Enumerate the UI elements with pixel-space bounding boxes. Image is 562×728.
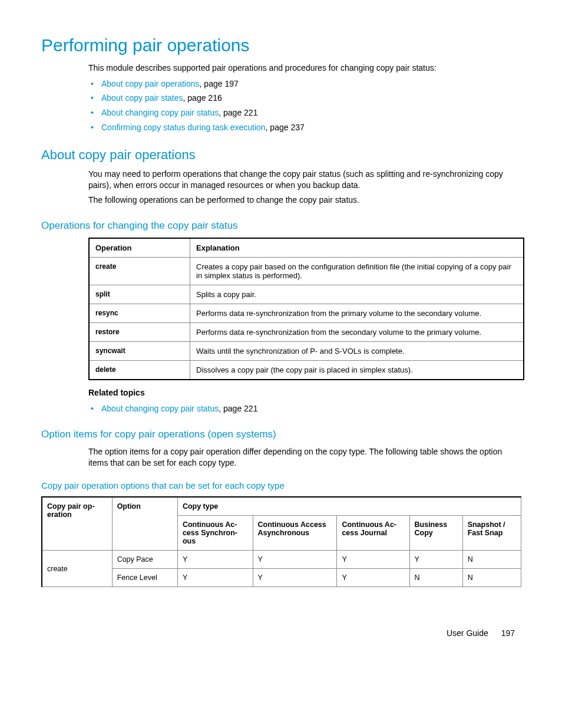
page-footer: User Guide 197 — [41, 628, 521, 638]
related-item: About changing copy pair status, page 22… — [101, 403, 521, 415]
toc-list: About copy pair operations, page 197 Abo… — [88, 78, 521, 133]
cell-val: Y — [177, 551, 253, 569]
page-title: Performing pair operations — [41, 35, 521, 55]
section-heading: About copy pair operations — [41, 147, 521, 163]
table-row: create Creates a copy pair based on the … — [89, 257, 524, 285]
op-name: syncwait — [89, 341, 190, 360]
op-explanation: Waits until the synchronization of P- an… — [190, 341, 524, 360]
toc-link[interactable]: About copy pair states — [101, 93, 183, 103]
section2-p1: The option items for a copy pair operati… — [88, 446, 521, 469]
cell-val: Y — [253, 551, 337, 569]
op-name: restore — [89, 322, 190, 341]
op-explanation: Performs data re-synchronization from th… — [190, 322, 524, 341]
section1-p2: The following operations can be performe… — [88, 195, 521, 206]
subsection-heading: Operations for changing the copy pair st… — [41, 220, 521, 232]
related-topics-label: Related topics — [88, 387, 521, 398]
toc-link[interactable]: Confirming copy status during task execu… — [101, 123, 266, 132]
intro-paragraph: This module describes supported pair ope… — [88, 62, 521, 74]
toc-item: Confirming copy status during task execu… — [101, 122, 521, 134]
op-name: split — [89, 285, 190, 304]
op-explanation: Performs data re-synchronization from th… — [190, 304, 524, 322]
related-suffix: , page 221 — [219, 404, 257, 413]
cell-op: create — [42, 551, 112, 587]
col-option: Option — [112, 497, 177, 551]
related-list: About changing copy pair status, page 22… — [88, 403, 521, 415]
col-ct5: Snapshot / Fast Snap — [462, 516, 521, 551]
cell-val: N — [409, 569, 462, 587]
section1-p1: You may need to perform operations that … — [88, 169, 521, 191]
related-link[interactable]: About changing copy pair status — [101, 404, 219, 413]
col-copypair-op: Copy pair op- eration — [42, 497, 112, 551]
toc-suffix: , page 221 — [219, 108, 257, 117]
page-number: 197 — [501, 628, 515, 638]
table-row: resync Performs data re-synchronization … — [89, 304, 524, 322]
op-explanation: Creates a copy pair based on the configu… — [190, 257, 524, 285]
col-operation: Operation — [89, 238, 190, 258]
cell-val: Y — [337, 569, 409, 587]
cell-val: N — [462, 551, 521, 569]
table-caption: Copy pair operation options that can be … — [41, 480, 521, 490]
col-explanation: Explanation — [190, 238, 524, 258]
toc-item: About changing copy pair status, page 22… — [101, 107, 521, 119]
table-row: create Copy Pace Y Y Y Y N — [42, 551, 521, 569]
op-explanation: Splits a copy pair. — [190, 285, 524, 304]
op-name: create — [89, 257, 190, 285]
cell-val: Y — [409, 551, 462, 569]
col-ct4: Business Copy — [409, 516, 462, 551]
table-row: split Splits a copy pair. — [89, 285, 524, 304]
toc-item: About copy pair operations, page 197 — [101, 78, 521, 90]
cell-val: Y — [337, 551, 409, 569]
cell-val: Y — [177, 569, 253, 587]
col-ct1: Continuous Ac- cess Synchron- ous — [177, 516, 253, 551]
cell-option: Copy Pace — [112, 551, 177, 569]
operations-table: Operation Explanation create Creates a c… — [88, 238, 524, 380]
footer-label: User Guide — [447, 628, 488, 638]
op-name: resync — [89, 304, 190, 322]
table-row: restore Performs data re-synchronization… — [89, 322, 524, 341]
col-ct2: Continuous Access Asynchronous — [253, 516, 337, 551]
subsection-heading: Option items for copy pair operations (o… — [41, 429, 521, 440]
toc-suffix: , page 197 — [200, 79, 239, 88]
cell-val: Y — [253, 569, 337, 587]
toc-item: About copy pair states, page 216 — [101, 93, 521, 104]
col-ct3: Continuous Ac- cess Journal — [337, 516, 409, 551]
cell-val: N — [462, 569, 521, 587]
options-table: Copy pair op- eration Option Copy type C… — [41, 496, 521, 587]
table-row: delete Dissolves a copy pair (the copy p… — [89, 360, 524, 380]
table-row: syncwait Waits until the synchronization… — [89, 341, 524, 360]
toc-suffix: , page 216 — [183, 93, 222, 103]
col-copytype: Copy type — [177, 497, 521, 516]
op-explanation: Dissolves a copy pair (the copy pair is … — [190, 360, 524, 380]
toc-link[interactable]: About copy pair operations — [101, 79, 200, 88]
toc-link[interactable]: About changing copy pair status — [101, 108, 219, 117]
table-row: Fence Level Y Y Y N N — [42, 569, 521, 587]
cell-option: Fence Level — [112, 569, 177, 587]
op-name: delete — [89, 360, 190, 380]
toc-suffix: , page 237 — [266, 123, 305, 132]
